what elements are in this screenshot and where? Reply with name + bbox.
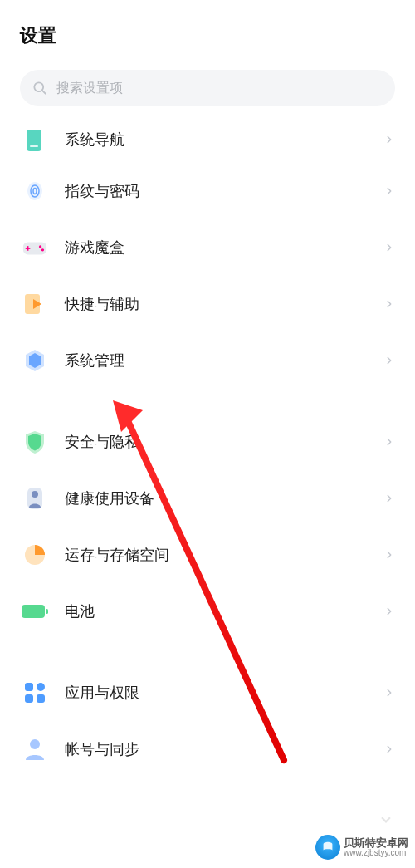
list-item-battery[interactable]: 电池 [7,583,408,640]
nav-icon [20,125,50,154]
shield-icon [20,427,50,457]
search-bar[interactable]: 搜索设置项 [20,70,395,106]
svg-rect-17 [46,609,48,614]
gamepad-icon [20,233,50,262]
chevron-right-icon [383,298,395,310]
list-item-digital-wellbeing[interactable]: 健康使用设备 [7,470,408,527]
list-item-apps-permissions[interactable]: 应用与权限 [7,664,408,721]
list-item-fingerprint-password[interactable]: 指纹与密码 [7,163,408,219]
list-item-security-privacy[interactable]: 安全与隐私 [7,414,408,470]
list-item-accounts-sync[interactable]: 帐号与同步 [7,721,408,777]
chevron-right-icon [383,185,395,197]
item-label: 运存与存储空间 [65,545,383,565]
search-icon [32,80,48,96]
svg-point-10 [39,245,42,248]
apps-icon [20,678,50,708]
svg-line-1 [42,91,46,94]
hex-icon [20,346,50,375]
storage-icon [20,540,50,570]
item-label: 系统导航 [65,130,383,150]
chevron-right-icon [383,606,395,617]
group-separator [7,640,408,664]
svg-rect-19 [37,683,45,691]
item-label: 应用与权限 [65,683,383,703]
svg-rect-18 [25,683,33,691]
item-label: 电池 [65,601,383,621]
item-label: 快捷与辅助 [65,294,383,314]
chevron-right-icon [383,436,395,448]
svg-point-22 [30,739,40,749]
shortcut-icon [20,289,50,319]
page-title: 设置 [20,23,395,48]
wellbeing-icon [20,483,50,513]
watermark-line1: 贝斯特安卓网 [344,837,408,849]
chevron-right-icon [383,549,395,561]
item-label: 游戏魔盒 [65,238,383,257]
item-label: 健康使用设备 [65,488,383,508]
svg-rect-3 [30,145,38,147]
watermark-line2: www.zjbstyy.com [344,849,408,858]
item-label: 帐号与同步 [65,739,383,759]
svg-rect-9 [26,248,31,249]
fingerprint-icon [20,176,50,206]
chevron-right-icon [383,355,395,366]
watermark-logo-icon [315,835,340,860]
list-item-system-manage[interactable]: 系统管理 [7,332,408,389]
chevron-right-icon [383,493,395,504]
svg-point-14 [32,491,38,498]
watermark: 贝斯特安卓网 www.zjbstyy.com [315,835,408,860]
svg-rect-20 [25,694,33,703]
account-icon [20,734,50,764]
list-item-game-box[interactable]: 游戏魔盒 [7,219,408,276]
list-item-shortcut-access[interactable]: 快捷与辅助 [7,276,408,332]
chevron-right-icon [383,687,395,699]
header: 设置 [0,0,415,61]
scroll-indicator-icon [377,810,395,821]
chevron-right-icon [383,242,395,253]
group-separator [7,389,408,414]
svg-rect-2 [27,130,42,151]
svg-rect-16 [22,605,45,618]
item-label: 指纹与密码 [65,181,383,201]
battery-icon [20,596,50,626]
chevron-right-icon [383,134,395,145]
list-item-storage[interactable]: 运存与存储空间 [7,527,408,583]
list-item-system-nav[interactable]: 系统导航 [7,116,408,163]
svg-rect-21 [37,694,45,703]
settings-list: 系统导航 指纹与密码 游戏魔盒 快捷与辅助 系统管理 安 [0,116,415,777]
item-label: 安全与隐私 [65,432,383,452]
item-label: 系统管理 [65,351,383,370]
search-placeholder: 搜索设置项 [56,80,123,97]
chevron-right-icon [383,743,395,755]
svg-point-11 [42,248,44,251]
